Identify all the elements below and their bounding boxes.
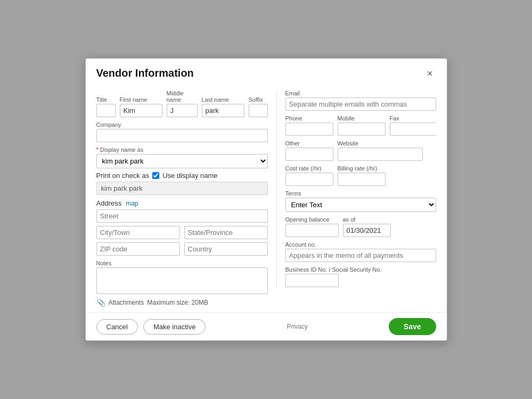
company-input[interactable] bbox=[96, 129, 268, 142]
display-name-label: Display name as bbox=[96, 146, 268, 153]
notes-input[interactable] bbox=[96, 267, 268, 294]
biz-id-label: Business ID No. / Social Security No. bbox=[285, 266, 436, 273]
attachments-row: 📎 Attachments Maximum size: 20MB bbox=[96, 298, 268, 307]
opening-balance-input[interactable] bbox=[285, 224, 339, 237]
make-inactive-button[interactable]: Make inactive bbox=[143, 319, 206, 335]
title-label: Title bbox=[96, 96, 116, 103]
notes-label: Notes bbox=[96, 260, 268, 266]
close-button[interactable]: × bbox=[424, 68, 436, 79]
modal-footer: Cancel Make inactive Privacy Save bbox=[86, 312, 447, 340]
suffix-label: Suffix bbox=[249, 96, 268, 103]
middle-name-input[interactable] bbox=[167, 104, 198, 117]
account-no-input[interactable] bbox=[285, 249, 436, 262]
as-of-label: as of bbox=[343, 216, 391, 223]
print-check-value: kim park park bbox=[96, 182, 268, 195]
right-column: Email Phone Mobile Fax bbox=[276, 90, 436, 287]
account-no-group: Account no. bbox=[285, 241, 436, 262]
middle-name-group: Middle name bbox=[167, 90, 198, 117]
name-row: Title First name Middle name Last name bbox=[96, 90, 268, 117]
footer-left: Cancel Make inactive bbox=[96, 319, 206, 335]
left-column: Title First name Middle name Last name bbox=[96, 90, 268, 307]
biz-id-group: Business ID No. / Social Security No. bbox=[285, 266, 436, 287]
terms-group: Terms Enter Text bbox=[285, 190, 436, 212]
cancel-button[interactable]: Cancel bbox=[96, 319, 138, 335]
fax-group: Fax bbox=[390, 115, 436, 136]
opening-balance-row: Opening balance as of bbox=[285, 216, 436, 237]
last-name-label: Last name bbox=[202, 96, 244, 103]
vendor-information-modal: Vendor Information × Title First name bbox=[85, 58, 447, 341]
opening-balance-label: Opening balance bbox=[285, 216, 339, 223]
biz-id-input[interactable] bbox=[285, 274, 339, 287]
print-check-row: Print on check as Use display name bbox=[96, 172, 268, 180]
first-name-group: First name bbox=[120, 96, 162, 117]
email-input[interactable] bbox=[285, 97, 436, 111]
save-button[interactable]: Save bbox=[389, 318, 436, 335]
display-name-group: Display name as kim park park bbox=[96, 146, 268, 168]
address-label-row: Address map bbox=[96, 199, 268, 207]
company-label: Company bbox=[96, 121, 268, 128]
account-no-label: Account no. bbox=[285, 241, 436, 248]
billing-rate-input[interactable] bbox=[338, 173, 386, 186]
zip-input[interactable] bbox=[96, 242, 180, 256]
use-display-name-label: Use display name bbox=[162, 172, 217, 180]
as-of-group: as of bbox=[343, 216, 391, 237]
street-input[interactable] bbox=[96, 209, 268, 223]
attachment-icon: 📎 bbox=[96, 298, 105, 307]
website-group: Website bbox=[338, 140, 423, 161]
cost-rate-input[interactable] bbox=[285, 173, 333, 186]
billing-rate-group: Billing rate (/hr) bbox=[338, 165, 386, 186]
state-input[interactable] bbox=[184, 226, 268, 239]
terms-label: Terms bbox=[285, 190, 436, 197]
rates-row: Cost rate (/hr) Billing rate (/hr) bbox=[285, 165, 436, 186]
modal-overlay: Vendor Information × Title First name bbox=[0, 0, 532, 399]
title-group: Title bbox=[96, 96, 116, 117]
suffix-input[interactable] bbox=[249, 104, 268, 117]
modal-header: Vendor Information × bbox=[86, 59, 447, 85]
as-of-input[interactable] bbox=[343, 224, 391, 237]
terms-select[interactable]: Enter Text bbox=[285, 198, 436, 212]
mobile-group: Mobile bbox=[338, 115, 386, 136]
other-input[interactable] bbox=[285, 148, 333, 161]
address-label: Address bbox=[96, 199, 122, 207]
city-input[interactable] bbox=[96, 226, 180, 239]
last-name-input[interactable] bbox=[202, 104, 244, 117]
email-label: Email bbox=[285, 90, 436, 96]
phone-row: Phone Mobile Fax bbox=[285, 115, 436, 136]
website-input[interactable] bbox=[338, 148, 423, 161]
cost-rate-label: Cost rate (/hr) bbox=[285, 165, 333, 172]
other-group: Other bbox=[285, 140, 333, 161]
map-link[interactable]: map bbox=[126, 200, 138, 207]
suffix-group: Suffix bbox=[249, 96, 268, 117]
first-name-label: First name bbox=[120, 96, 162, 103]
attachments-label: Attachments bbox=[109, 299, 144, 306]
max-size-label: Maximum size: 20MB bbox=[147, 299, 208, 306]
modal-title: Vendor Information bbox=[96, 67, 194, 79]
fax-label: Fax bbox=[390, 115, 436, 121]
phone-input[interactable] bbox=[285, 123, 333, 136]
email-group: Email bbox=[285, 90, 436, 111]
other-website-row: Other Website bbox=[285, 140, 436, 161]
phone-group: Phone bbox=[285, 115, 333, 136]
terms-wrapper: Enter Text bbox=[285, 198, 436, 212]
country-input[interactable] bbox=[184, 242, 268, 256]
website-label: Website bbox=[338, 140, 423, 146]
notes-group: Notes bbox=[96, 260, 268, 294]
billing-rate-label: Billing rate (/hr) bbox=[338, 165, 386, 172]
opening-balance-group: Opening balance bbox=[285, 216, 339, 237]
display-name-select[interactable]: kim park park bbox=[96, 154, 268, 168]
phone-label: Phone bbox=[285, 115, 333, 121]
title-input[interactable] bbox=[96, 104, 116, 117]
first-name-input[interactable] bbox=[120, 104, 162, 117]
modal-body: Title First name Middle name Last name bbox=[86, 85, 447, 312]
middle-name-label: Middle name bbox=[167, 90, 198, 103]
mobile-label: Mobile bbox=[338, 115, 386, 121]
company-group: Company bbox=[96, 121, 268, 142]
fax-input[interactable] bbox=[390, 123, 436, 136]
cost-rate-group: Cost rate (/hr) bbox=[285, 165, 333, 186]
mobile-input[interactable] bbox=[338, 123, 386, 136]
print-check-label: Print on check as bbox=[96, 172, 150, 180]
last-name-group: Last name bbox=[202, 96, 244, 117]
display-name-wrapper: kim park park bbox=[96, 154, 268, 168]
privacy-label: Privacy bbox=[287, 323, 307, 330]
use-display-name-checkbox[interactable] bbox=[152, 172, 159, 179]
